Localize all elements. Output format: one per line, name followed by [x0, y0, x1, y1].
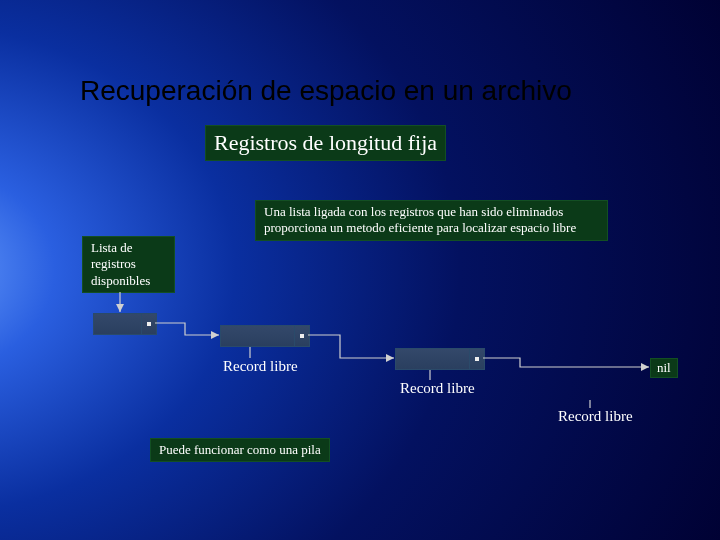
record-pointer-icon — [469, 349, 484, 369]
record-body — [221, 326, 294, 346]
record-body — [94, 314, 141, 334]
slide-title: Recuperación de espacio en un archivo — [80, 75, 572, 107]
footnote-text: Puede funcionar como una pila — [159, 442, 321, 457]
record-pointer-icon — [294, 326, 309, 346]
svg-marker-2 — [386, 354, 394, 362]
slide: Recuperación de espacio en un archivo Re… — [0, 0, 720, 540]
svg-marker-3 — [641, 363, 649, 371]
subtitle-box: Registros de longitud fija — [205, 125, 446, 161]
svg-marker-0 — [116, 304, 124, 312]
list-head-box: Lista de registros disponibles — [82, 236, 175, 293]
nil-box: nil — [650, 358, 678, 378]
record-label: Record libre — [400, 380, 475, 397]
record-node — [395, 348, 485, 370]
record-label: Record libre — [223, 358, 298, 375]
record-label: Record libre — [558, 408, 633, 425]
record-node — [93, 313, 157, 335]
description-text: Una lista ligada con los registros que h… — [264, 204, 576, 235]
record-pointer-icon — [141, 314, 156, 334]
svg-marker-1 — [211, 331, 219, 339]
list-head-label: Lista de registros disponibles — [91, 240, 150, 288]
record-body — [396, 349, 469, 369]
footnote-box: Puede funcionar como una pila — [150, 438, 330, 462]
record-node — [220, 325, 310, 347]
description-box: Una lista ligada con los registros que h… — [255, 200, 608, 241]
